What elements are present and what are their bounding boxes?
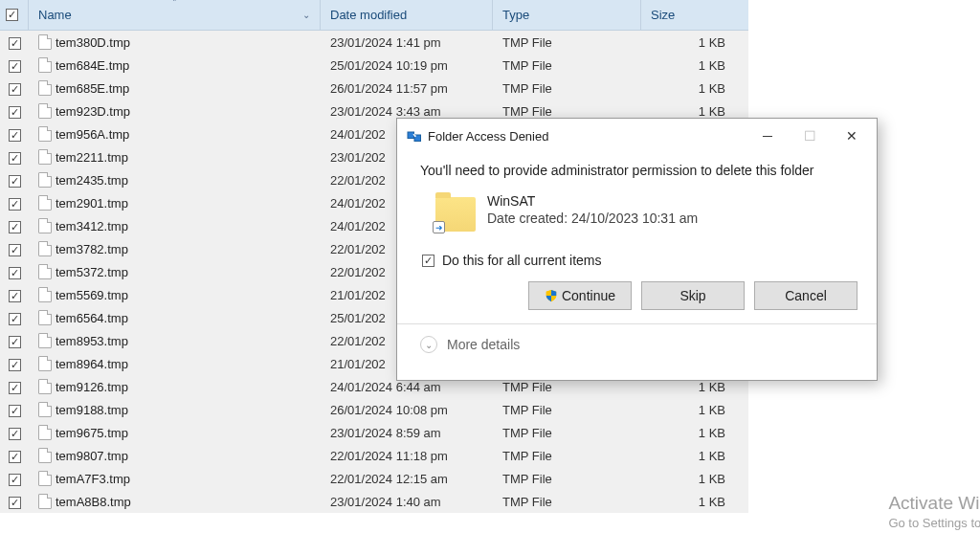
row-checkbox[interactable] — [9, 451, 21, 463]
file-name: temA7F3.tmp — [56, 472, 130, 486]
file-date: 22/01/2024 12:15 am — [321, 470, 493, 488]
file-name: tem956A.tmp — [56, 127, 129, 142]
name-column-header[interactable]: Name ˄ ⌄ — [29, 0, 321, 30]
row-checkbox[interactable] — [9, 152, 21, 165]
row-checkbox[interactable] — [9, 198, 21, 211]
file-name: tem684E.tmp — [56, 58, 129, 73]
file-date: 26/01/2024 10:08 pm — [321, 401, 493, 419]
row-checkbox[interactable] — [9, 405, 21, 417]
file-row[interactable]: tem685E.tmp 26/01/2024 11:57 pm TMP File… — [0, 77, 748, 100]
column-dropdown-icon[interactable]: ⌄ — [302, 10, 310, 20]
size-column-header[interactable]: Size — [641, 0, 735, 30]
folder-name: WinSAT — [487, 193, 698, 209]
row-checkbox[interactable] — [9, 428, 21, 440]
file-icon — [38, 471, 52, 486]
row-checkbox[interactable] — [9, 83, 21, 96]
type-header-label: Type — [502, 8, 529, 22]
file-name: tem9188.tmp — [56, 403, 128, 417]
activation-watermark: Activate Win Go to Settings to — [888, 493, 980, 530]
dialog-footer[interactable]: ⌄ More details — [397, 323, 877, 365]
file-name: temA8B8.tmp — [56, 495, 131, 509]
row-checkbox[interactable] — [9, 267, 21, 279]
row-checkbox[interactable] — [9, 60, 21, 73]
file-size: 1 KB — [641, 447, 735, 465]
file-size: 1 KB — [641, 424, 735, 442]
row-checkbox[interactable] — [9, 175, 21, 188]
date-header-label: Date modified — [330, 8, 407, 22]
file-row[interactable]: tem9675.tmp 23/01/2024 8:59 am TMP File … — [0, 421, 748, 444]
file-row[interactable]: temA8B8.tmp 23/01/2024 1:40 am TMP File … — [0, 490, 748, 513]
row-checkbox[interactable] — [9, 313, 21, 325]
row-checkbox[interactable] — [9, 221, 21, 233]
dialog-body: You'll need to provide administrator per… — [397, 153, 877, 268]
date-column-header[interactable]: Date modified — [321, 0, 493, 30]
file-name: tem3412.tmp — [56, 219, 128, 233]
file-name: tem2211.tmp — [56, 150, 128, 165]
file-name: tem9126.tmp — [56, 380, 128, 394]
size-header-label: Size — [651, 8, 675, 22]
folder-date: Date created: 24/10/2023 10:31 am — [487, 211, 698, 226]
file-row[interactable]: tem380D.tmp 23/01/2024 1:41 pm TMP File … — [0, 31, 748, 54]
file-size: 1 KB — [641, 79, 735, 98]
row-checkbox[interactable] — [9, 382, 21, 394]
folder-access-denied-dialog: Folder Access Denied ─ ☐ ✕ You'll need t… — [396, 118, 878, 381]
file-icon — [38, 103, 52, 119]
watermark-sub: Go to Settings to — [888, 516, 980, 530]
file-name: tem2435.tmp — [56, 173, 128, 188]
column-headers: Name ˄ ⌄ Date modified Type Size — [0, 0, 748, 31]
dialog-buttons: Continue Skip Cancel — [397, 281, 877, 323]
cancel-button[interactable]: Cancel — [754, 281, 858, 310]
row-checkbox[interactable] — [9, 244, 21, 256]
row-checkbox[interactable] — [9, 129, 21, 142]
skip-button[interactable]: Skip — [641, 281, 745, 310]
chevron-down-icon[interactable]: ⌄ — [420, 336, 437, 353]
file-type: TMP File — [493, 79, 641, 98]
row-checkbox[interactable] — [9, 474, 21, 486]
file-type: TMP File — [493, 424, 641, 442]
uac-shield-icon — [545, 289, 558, 302]
row-checkbox[interactable] — [9, 336, 21, 348]
file-size: 1 KB — [641, 401, 735, 419]
folder-info: ➜ WinSAT Date created: 24/10/2023 10:31 … — [435, 193, 854, 232]
file-icon — [38, 172, 52, 188]
maximize-button[interactable]: ☐ — [789, 122, 831, 150]
row-checkbox[interactable] — [9, 106, 21, 119]
row-checkbox[interactable] — [9, 290, 21, 302]
close-button[interactable]: ✕ — [831, 122, 873, 150]
dialog-title-icon — [407, 128, 422, 144]
continue-button[interactable]: Continue — [528, 281, 632, 310]
file-row[interactable]: tem9807.tmp 22/01/2024 11:18 pm TMP File… — [0, 444, 748, 467]
do-all-label: Do this for all current items — [442, 253, 602, 268]
file-type: TMP File — [493, 493, 641, 511]
file-icon — [38, 241, 52, 256]
dialog-title: Folder Access Denied — [428, 129, 746, 144]
file-row[interactable]: tem684E.tmp 25/01/2024 10:19 pm TMP File… — [0, 54, 748, 77]
select-all-checkbox[interactable] — [6, 9, 18, 21]
do-all-row[interactable]: Do this for all current items — [422, 253, 854, 268]
row-checkbox[interactable] — [9, 497, 21, 509]
skip-label: Skip — [679, 288, 705, 303]
window-controls: ─ ☐ ✕ — [746, 122, 873, 150]
file-row[interactable]: temA7F3.tmp 22/01/2024 12:15 am TMP File… — [0, 467, 748, 490]
file-icon — [38, 264, 52, 279]
file-name: tem9807.tmp — [56, 449, 128, 463]
file-row[interactable]: tem9188.tmp 26/01/2024 10:08 pm TMP File… — [0, 398, 748, 421]
type-column-header[interactable]: Type — [493, 0, 641, 30]
file-type: TMP File — [493, 33, 641, 52]
file-icon — [38, 195, 52, 211]
minimize-button[interactable]: ─ — [746, 122, 789, 150]
row-checkbox[interactable] — [9, 359, 21, 371]
more-details-label: More details — [447, 337, 520, 352]
dialog-titlebar[interactable]: Folder Access Denied ─ ☐ ✕ — [397, 119, 877, 153]
do-all-checkbox[interactable] — [422, 255, 434, 267]
file-type: TMP File — [493, 401, 641, 419]
row-checkbox[interactable] — [9, 37, 21, 50]
file-name: tem2901.tmp — [56, 196, 128, 211]
file-icon — [38, 494, 52, 509]
sort-ascending-icon: ˄ — [172, 0, 177, 8]
file-size: 1 KB — [641, 470, 735, 488]
select-all-header[interactable] — [0, 0, 29, 30]
file-name: tem9675.tmp — [56, 426, 128, 440]
file-icon — [38, 80, 52, 96]
file-type: TMP File — [493, 56, 641, 75]
